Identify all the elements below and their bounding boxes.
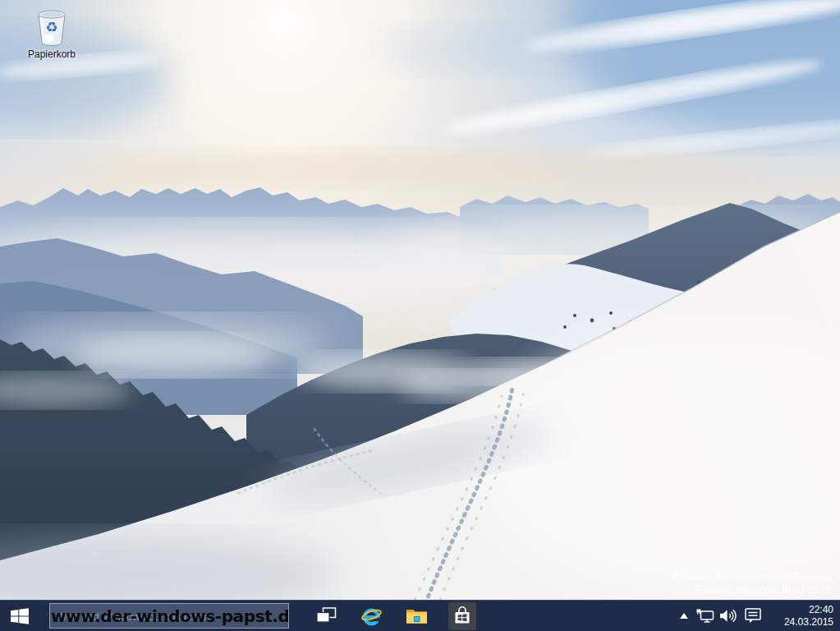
store-icon bbox=[448, 602, 476, 630]
file-explorer-button[interactable] bbox=[394, 601, 439, 631]
task-view-button[interactable] bbox=[304, 601, 349, 631]
taskbar-buttons bbox=[304, 601, 484, 631]
start-button[interactable] bbox=[0, 601, 39, 631]
show-hidden-icons-button[interactable] bbox=[674, 601, 694, 631]
network-icon bbox=[696, 609, 714, 623]
desktop-screen: ♻ Papierkorb Windows 10 Pro Technical Pr… bbox=[0, 0, 840, 631]
clock-time: 22:40 bbox=[769, 604, 833, 616]
network-tray-button[interactable] bbox=[694, 601, 717, 631]
recycle-arrows-icon: ♻ bbox=[45, 20, 57, 35]
system-tray: 22:40 24.03.2015 bbox=[674, 601, 840, 631]
file-explorer-icon bbox=[406, 606, 428, 625]
task-view-icon bbox=[316, 607, 337, 624]
wallpaper-image bbox=[0, 0, 840, 631]
store-button[interactable] bbox=[439, 601, 484, 631]
volume-tray-button[interactable] bbox=[717, 601, 740, 631]
os-build-watermark: Windows 10 Pro Technical Preview Evaluie… bbox=[671, 571, 830, 596]
action-center-button[interactable] bbox=[740, 601, 766, 631]
clock-date: 24.03.2015 bbox=[769, 616, 833, 629]
taskbar-clock[interactable]: 22:40 24.03.2015 bbox=[769, 604, 833, 628]
internet-explorer-button[interactable] bbox=[349, 601, 394, 631]
windows-logo-icon bbox=[11, 608, 29, 624]
recycle-bin-label: Papierkorb bbox=[16, 48, 87, 60]
volume-icon bbox=[720, 609, 737, 623]
recycle-bin-shortcut[interactable]: ♻ Papierkorb bbox=[16, 7, 87, 60]
watermark-line-1: Windows 10 Pro Technical Preview bbox=[671, 571, 830, 583]
search-input[interactable]: Web und Windows durchsuchen www.der-wind… bbox=[49, 603, 289, 629]
action-center-icon bbox=[745, 608, 761, 624]
chevron-up-icon bbox=[680, 613, 688, 619]
search-watermark-overlay: www.der-windows-papst.de bbox=[51, 606, 289, 626]
recycle-bin-icon: ♻ bbox=[33, 7, 71, 48]
watermark-line-2: Evaluierungskopie Build 9926 bbox=[695, 584, 830, 596]
taskbar: Web und Windows durchsuchen www.der-wind… bbox=[0, 600, 840, 631]
internet-explorer-icon bbox=[360, 606, 383, 627]
